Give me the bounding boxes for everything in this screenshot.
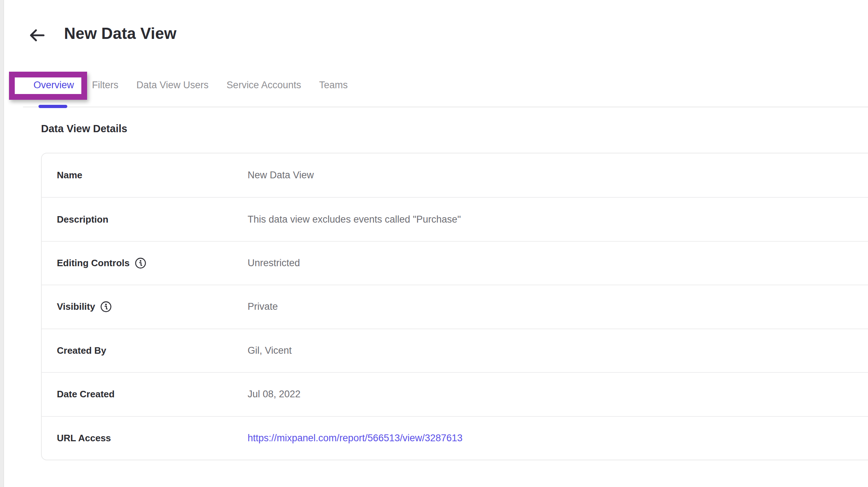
page-title: New Data View: [64, 24, 176, 43]
left-panel-edge: [0, 0, 4, 487]
detail-label-text: Name: [57, 170, 82, 181]
tab-data-view-users[interactable]: Data View Users: [136, 80, 209, 91]
tab-teams[interactable]: Teams: [319, 80, 348, 91]
tab-bar: OverviewFiltersData View UsersService Ac…: [33, 80, 348, 91]
detail-value: Jul 08, 2022: [248, 389, 300, 400]
tab-filters[interactable]: Filters: [92, 80, 119, 91]
back-button[interactable]: [27, 26, 47, 45]
detail-row-created-by: Created ByGil, Vicent: [42, 329, 868, 372]
tab-overview[interactable]: Overview: [33, 80, 74, 91]
tabs-divider: [23, 107, 868, 107]
detail-label-text: Editing Controls: [57, 258, 130, 269]
detail-value: This data view excludes events called "P…: [248, 214, 461, 225]
detail-label-text: Description: [57, 214, 108, 225]
detail-value: https://mixpanel.com/report/566513/view/…: [248, 433, 462, 444]
detail-label: URL Access: [57, 433, 248, 444]
data-view-details-card: NameNew Data ViewDescriptionThis data vi…: [41, 153, 868, 460]
detail-label: Editing Controls: [57, 257, 248, 269]
detail-label: Date Created: [57, 389, 248, 400]
detail-value: New Data View: [248, 170, 314, 181]
detail-value: Private: [248, 301, 278, 312]
detail-label-text: URL Access: [57, 433, 111, 444]
detail-label-text: Created By: [57, 345, 106, 356]
arrow-left-icon: [29, 29, 45, 42]
detail-label-text: Date Created: [57, 389, 114, 400]
info-icon[interactable]: [135, 257, 146, 269]
detail-value: Unrestricted: [248, 258, 300, 269]
tab-service-accounts[interactable]: Service Accounts: [227, 80, 301, 91]
detail-label: Created By: [57, 345, 248, 356]
data-view-settings-page: New Data View OverviewFiltersData View U…: [0, 0, 868, 487]
detail-row-name: NameNew Data View: [42, 153, 868, 197]
detail-row-url-access: URL Accesshttps://mixpanel.com/report/56…: [42, 416, 868, 460]
detail-label: Name: [57, 170, 248, 181]
detail-row-description: DescriptionThis data view excludes event…: [42, 197, 868, 241]
detail-row-editing-controls: Editing ControlsUnrestricted: [42, 241, 868, 285]
detail-row-visibility: VisibilityPrivate: [42, 285, 868, 328]
active-tab-indicator: [39, 105, 67, 108]
info-icon[interactable]: [100, 301, 112, 313]
section-title: Data View Details: [41, 123, 127, 135]
detail-label: Visibility: [57, 301, 248, 313]
detail-row-date-created: Date CreatedJul 08, 2022: [42, 372, 868, 416]
detail-label: Description: [57, 214, 248, 225]
detail-label-text: Visibility: [57, 301, 95, 312]
url-access-link[interactable]: https://mixpanel.com/report/566513/view/…: [248, 433, 462, 443]
detail-value: Gil, Vicent: [248, 345, 292, 356]
